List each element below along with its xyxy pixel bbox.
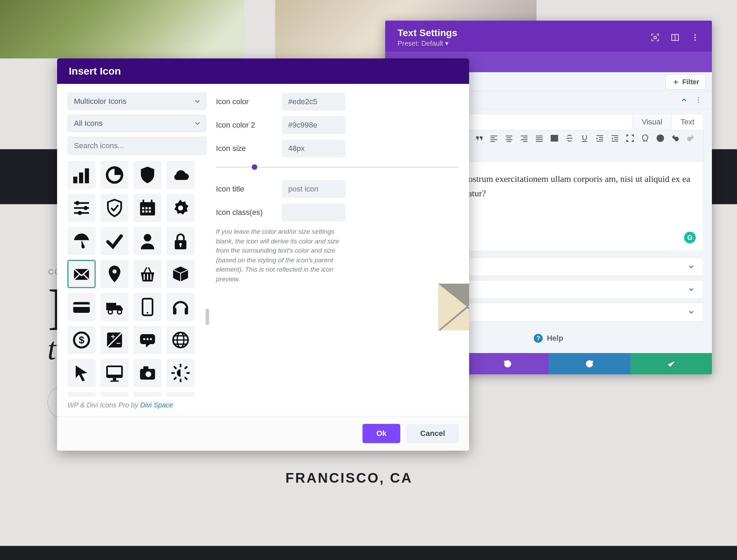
icon-mail[interactable] xyxy=(67,260,96,288)
icon-shield-check[interactable] xyxy=(100,194,129,222)
svg-point-54 xyxy=(661,137,662,138)
icon-flash[interactable] xyxy=(100,392,129,397)
icon-style-select[interactable]: Multicolor Icons xyxy=(67,93,206,110)
filter-button-label: Filter xyxy=(682,78,699,85)
icon-color2-label: Icon color 2 xyxy=(216,121,274,129)
icon-size-slider-thumb[interactable] xyxy=(252,164,257,170)
icon-category-select[interactable]: All Icons xyxy=(67,115,206,132)
editor-tab-text[interactable]: Text xyxy=(671,114,703,130)
indent-right-icon[interactable] xyxy=(610,134,619,143)
bg-location-text: FRANCISCO, CA xyxy=(285,471,413,485)
icon-preview xyxy=(438,278,469,336)
icon-size-input[interactable] xyxy=(282,140,345,157)
icon-tablet[interactable] xyxy=(133,293,162,321)
icon-lock[interactable] xyxy=(166,227,195,255)
icon-eye[interactable] xyxy=(166,392,195,397)
more-icon[interactable] xyxy=(691,33,700,42)
icon-title-input[interactable] xyxy=(282,180,345,198)
icon-title-label: Icon title xyxy=(216,185,274,193)
strikethrough-icon[interactable] xyxy=(565,134,574,143)
panel-subtitle[interactable]: Preset: Default ▾ xyxy=(398,40,457,47)
icon-checkmark[interactable] xyxy=(100,227,129,255)
align-center-icon[interactable] xyxy=(505,134,513,143)
cancel-button[interactable]: Cancel xyxy=(407,424,459,443)
icon-help-text: If you leave the color and/or size setti… xyxy=(216,227,340,284)
svg-rect-46 xyxy=(599,139,603,140)
grammarly-badge[interactable]: G xyxy=(684,232,696,243)
svg-rect-31 xyxy=(521,139,528,140)
help-label: Help xyxy=(547,334,563,342)
icon-shield[interactable] xyxy=(133,161,162,189)
chevron-down-icon xyxy=(687,263,695,271)
emoji-icon[interactable] xyxy=(656,134,665,143)
icon-umbrella[interactable] xyxy=(67,227,96,255)
row-more-icon[interactable] xyxy=(695,96,702,104)
icon-credit-card[interactable] xyxy=(67,293,96,321)
icon-usb[interactable] xyxy=(133,392,162,397)
icon-headphones[interactable] xyxy=(166,293,195,321)
icon-sliders[interactable] xyxy=(67,194,96,222)
chevron-up-icon[interactable] xyxy=(680,96,688,104)
svg-rect-45 xyxy=(599,137,603,138)
svg-rect-50 xyxy=(614,139,618,140)
icon-map-pin[interactable] xyxy=(100,260,129,288)
svg-rect-37 xyxy=(551,135,558,141)
icon-truck[interactable] xyxy=(100,293,129,321)
svg-rect-21 xyxy=(490,135,497,136)
icon-dollar-circle[interactable] xyxy=(67,326,96,354)
icon-search-input[interactable] xyxy=(67,137,206,155)
filter-button[interactable]: ＋ Filter xyxy=(665,74,706,89)
icon-monitor[interactable] xyxy=(100,359,129,387)
icon-sun[interactable] xyxy=(166,359,195,387)
panel-header: Text Settings Preset: Default ▾ xyxy=(385,21,712,52)
footer-save-button[interactable] xyxy=(630,353,712,374)
icon-grid-scrollbar-thumb[interactable] xyxy=(206,309,209,325)
svg-rect-26 xyxy=(507,138,511,138)
indent-left-icon[interactable] xyxy=(595,134,604,143)
svg-rect-29 xyxy=(521,135,528,136)
svg-rect-28 xyxy=(507,141,511,142)
svg-rect-22 xyxy=(490,138,495,138)
fullscreen-icon[interactable] xyxy=(626,134,635,143)
align-justify-icon[interactable] xyxy=(535,134,544,143)
footer-undo-button[interactable] xyxy=(467,353,549,374)
icon-color2-input[interactable] xyxy=(282,116,345,134)
svg-rect-25 xyxy=(506,135,512,136)
quote-icon[interactable] xyxy=(474,134,483,143)
icon-gear[interactable] xyxy=(166,194,195,222)
svg-rect-0 xyxy=(654,36,657,39)
bg-italic: t xyxy=(47,333,56,364)
ok-button[interactable]: Ok xyxy=(362,424,400,443)
svg-point-4 xyxy=(694,37,696,38)
icon-calendar[interactable] xyxy=(133,194,162,222)
undo-icon[interactable] xyxy=(671,134,680,143)
icon-package[interactable] xyxy=(166,260,195,288)
icon-class-input[interactable] xyxy=(282,204,345,221)
icon-cloud[interactable] xyxy=(166,161,195,189)
insert-icon-modal: Insert Icon Multicolor Icons All Icons I… xyxy=(57,58,469,451)
icon-bar-chart[interactable] xyxy=(67,161,96,189)
credit-link[interactable]: Divi Space xyxy=(140,401,173,409)
omega-icon[interactable] xyxy=(641,134,650,143)
editor-tab-visual[interactable]: Visual xyxy=(632,114,671,130)
align-left-icon[interactable] xyxy=(489,134,498,143)
align-right-icon[interactable] xyxy=(520,134,529,143)
focus-icon[interactable] xyxy=(651,33,660,42)
icon-basket[interactable] xyxy=(133,260,162,288)
icon-color-input[interactable] xyxy=(282,93,345,111)
underline-icon[interactable] xyxy=(580,134,589,143)
icon-globe[interactable] xyxy=(166,326,195,354)
icon-cursor[interactable] xyxy=(67,359,96,387)
table-icon[interactable] xyxy=(550,134,559,143)
columns-icon[interactable] xyxy=(671,33,680,42)
icon-radio[interactable] xyxy=(67,392,96,397)
footer-redo-button[interactable] xyxy=(549,353,630,374)
icon-user[interactable] xyxy=(133,227,162,255)
icon-camera[interactable] xyxy=(133,359,162,387)
icon-pie-chart[interactable] xyxy=(100,161,129,189)
icon-plus-minus[interactable] xyxy=(100,326,129,354)
redo-icon[interactable] xyxy=(686,134,695,143)
icon-chat[interactable] xyxy=(133,326,162,354)
svg-rect-48 xyxy=(611,135,618,136)
modal-title: Insert Icon xyxy=(57,58,469,84)
